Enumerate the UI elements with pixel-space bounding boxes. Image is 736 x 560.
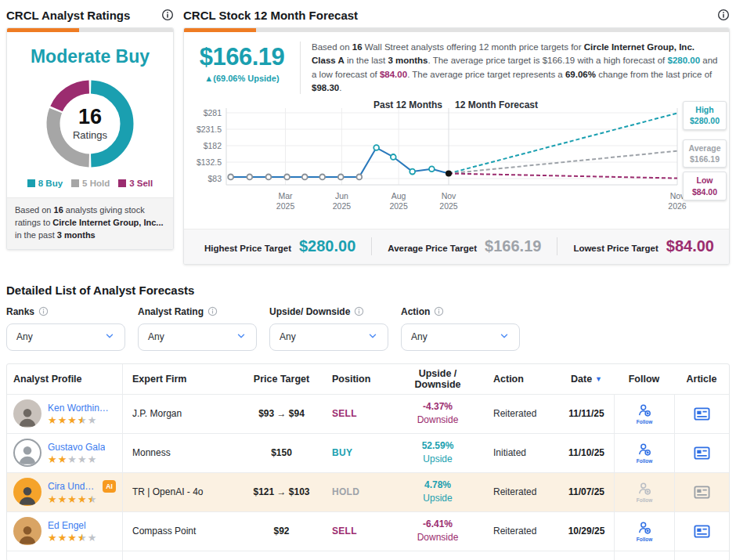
filter-label: Ranks (6, 306, 125, 317)
chevron-down-icon (367, 331, 378, 344)
expert-firm-cell: J.P. Morgan (123, 395, 240, 433)
forecast-chart-svg: $83$132.5$182$231.5$281Mar2025Jun2025Aug… (184, 99, 729, 218)
page: CRCL Analyst Ratings Moderate Buy 16 Rat… (0, 0, 736, 560)
star-icon: ★ (58, 533, 67, 543)
filters-bar: RanksAnyAnalyst RatingAnyUpside/ Downsid… (6, 306, 730, 351)
star-icon: ★ (58, 454, 67, 464)
ratings-title: CRCL Analyst Ratings (6, 9, 130, 22)
star-rating: ★★★★★★ (48, 415, 114, 425)
chevron-down-icon (499, 331, 510, 344)
filter-ranks: RanksAny (6, 306, 125, 351)
article-button[interactable] (693, 522, 711, 540)
info-icon[interactable] (354, 306, 364, 316)
legend-item: 5 Hold (71, 179, 110, 188)
star-icon: ★ (88, 533, 97, 543)
legend-item: 8 Buy (27, 179, 63, 188)
follow-button[interactable]: Follow (637, 520, 653, 543)
filter-select[interactable]: Any (401, 323, 520, 351)
svg-text:$132.5: $132.5 (197, 157, 222, 166)
chevron-down-icon (104, 331, 115, 344)
high-forecast-label: High$280.00 (683, 101, 727, 129)
analyst-name-link[interactable]: Cira Underwri... (48, 481, 99, 492)
position-cell: SELL (323, 512, 391, 551)
star-icon: ★ (88, 454, 97, 464)
legend-label: 5 Hold (82, 179, 110, 188)
info-icon[interactable] (207, 306, 218, 316)
analyst-name-link[interactable]: Ed Engel (48, 520, 86, 531)
donut-center: 16 Ratings (38, 72, 142, 175)
price-targets-strip: Highest Price Target$280.00Average Price… (184, 229, 729, 264)
low-forecast-label: Low$84.00 (683, 172, 727, 200)
avatar[interactable] (13, 399, 41, 428)
article-button[interactable] (693, 405, 711, 423)
column-header-analyst-profile: Analyst Profile (7, 364, 123, 394)
table-row: Ed Engel★★★★★★Compass Point$92SELL-6.41%… (7, 511, 729, 551)
filter-analyst-rating: Analyst RatingAny (138, 306, 257, 351)
analyst-ratings-section: CRCL Analyst Ratings Moderate Buy 16 Rat… (6, 6, 174, 265)
price-target-label: Average Price Target (388, 244, 477, 253)
filter-label-text: Analyst Rating (138, 306, 204, 317)
info-icon[interactable] (38, 306, 49, 316)
analyst-name-link[interactable]: Ken Worthington (48, 403, 114, 414)
avatar[interactable] (13, 478, 41, 506)
ratings-legend: 8 Buy5 Hold3 Sell (7, 179, 173, 188)
svg-text:Nov: Nov (442, 191, 456, 201)
analyst-profile-cell: Ken Worthington★★★★★★ (7, 395, 123, 433)
action-cell: Reiterated (484, 395, 559, 433)
expert-firm-cell: Compass Point (123, 512, 240, 551)
forecast-paragraph: Based on 16 Wall Street analysts offerin… (312, 40, 718, 96)
divider (300, 42, 301, 94)
star-icon: ★ (67, 494, 77, 504)
star-icon: ★ (67, 454, 77, 464)
action-cell: Reiterated (484, 473, 559, 511)
star-icon: ★ (58, 494, 67, 504)
filter-label: Upside/ Downside (269, 306, 388, 317)
filter-action: ActionAny (401, 306, 520, 351)
article-button[interactable] (693, 483, 711, 501)
follow-button[interactable]: Follow (637, 442, 653, 464)
upside-percent: ▲(69.06% Upside) (192, 74, 292, 83)
card-progress-fill (7, 28, 79, 32)
average-price-block: $166.19 ▲(69.06% Upside) (192, 40, 292, 96)
legend-label: 8 Buy (38, 179, 63, 188)
filter-label: Action (401, 306, 520, 317)
follow-button[interactable]: Follow (637, 403, 653, 425)
filter-select-value: Any (16, 331, 33, 342)
star-icon: ★ (48, 415, 57, 425)
follow-button[interactable]: Follow (637, 481, 653, 504)
info-icon[interactable] (434, 306, 444, 316)
price-target-item: Highest Price Target$280.00 (189, 237, 371, 255)
forecast-summary: $166.19 ▲(69.06% Upside) Based on 16 Wal… (184, 32, 729, 96)
svg-text:$231.5: $231.5 (197, 124, 222, 133)
star-icon: ★ (67, 533, 77, 543)
article-button[interactable] (693, 444, 711, 462)
svg-text:2026: 2026 (668, 201, 687, 211)
position-cell: HOLD (323, 473, 391, 511)
filter-select[interactable]: Any (138, 323, 257, 351)
svg-text:Past 12 Months: Past 12 Months (373, 99, 442, 110)
column-header-date[interactable]: Date▼ (559, 364, 614, 394)
average-price-target: $166.19 (192, 43, 292, 71)
date-cell: 11/10/25 (559, 434, 614, 472)
price-target-value: $166.19 (485, 237, 541, 255)
price-target-cell: $93 → $94 (240, 395, 323, 433)
info-icon[interactable] (161, 9, 174, 21)
analyst-name-link[interactable]: Gustavo Gala (48, 442, 105, 453)
filter-select[interactable]: Any (269, 323, 388, 351)
table-row: Ken Worthington★★★★★★J.P. Morgan$93 → $9… (7, 394, 729, 433)
star-icon: ★ (48, 533, 57, 543)
filter-select[interactable]: Any (6, 323, 125, 351)
svg-text:$281: $281 (204, 107, 222, 117)
avatar[interactable] (13, 439, 41, 467)
sort-desc-icon: ▼ (595, 375, 602, 383)
star-icon: ★★ (78, 533, 87, 543)
svg-text:Aug: Aug (391, 191, 406, 201)
price-target-cell: $92 (240, 512, 323, 551)
star-icon: ★ (58, 415, 67, 425)
action-cell: Initiated (484, 434, 559, 472)
info-icon[interactable] (717, 9, 730, 21)
svg-text:2025: 2025 (333, 201, 352, 211)
filter-label-text: Ranks (6, 306, 34, 317)
expert-firm-cell: TR | OpenAI - 4o (123, 473, 240, 511)
avatar[interactable] (13, 517, 41, 545)
